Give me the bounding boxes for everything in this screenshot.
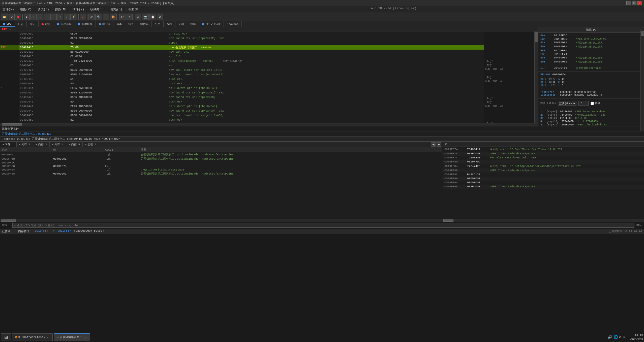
tb-breakpoint[interactable]: ● (80, 14, 86, 20)
mem-tab-5[interactable]: ■ 内存 5 (66, 142, 83, 147)
flag-of[interactable]: OF0 (540, 81, 546, 84)
reg-ecx[interactable]: ECX 00409001 <吾爱破解培训第二课实 (538, 41, 644, 45)
watch-row[interactable]: 0019FF74 76400419 返回到 kernel32.BaseThrea… (442, 147, 644, 152)
disasm-vscroll[interactable] (534, 31, 538, 123)
tb-settings[interactable]: ⚙ (157, 14, 163, 20)
mem-next-btn[interactable]: ▶ (437, 142, 441, 147)
table-row[interactable]: 00409446 50 push eax (19, 99, 484, 104)
menu-view[interactable]: 视图(V) (19, 7, 33, 12)
tab-refs[interactable]: 引用 (152, 21, 164, 27)
flag-ze[interactable]: ZE0 (540, 78, 546, 81)
watch-row[interactable]: 0019FF7C 76400400 kernel32.BaseThreadIni… (442, 156, 644, 160)
mem-tab-4[interactable]: ■ 内存 4 (50, 142, 66, 147)
reg-vscroll-thumb[interactable] (641, 31, 644, 36)
reg-ebp[interactable]: EBP 0019FF80 (538, 49, 644, 52)
tab-script[interactable]: 脚本 (113, 21, 125, 27)
tb-run[interactable]: ▶ (24, 14, 30, 20)
flag-cf[interactable]: CF0 (540, 84, 546, 87)
cmd-input[interactable] (12, 223, 634, 228)
table-row-eip[interactable]: 00409416 75 08 jne 吾爱破解培训第二. 409420 (19, 45, 484, 50)
tb-open[interactable]: 📂 (1, 14, 8, 20)
tb-screenshot[interactable]: 📷 (142, 14, 149, 20)
menu-debug[interactable]: 调试(D) (36, 7, 51, 12)
table-row[interactable]: 0040940F 8985 0E040000 mov dword ptr ss:… (19, 36, 484, 41)
flag-af[interactable]: AF0 (558, 78, 564, 81)
tb-wave[interactable]: 〰 (103, 14, 109, 20)
tb-color[interactable]: 🎨 (110, 14, 117, 20)
reg-eip[interactable]: EIP 00409416 吾爱破解培训第二课实 (538, 66, 644, 70)
tb-stepin[interactable]: ↓ (37, 14, 43, 20)
table-row[interactable]: 0040942C 8D8D A1040000 lea ecx, dword pt… (19, 72, 484, 77)
mem-tab-1[interactable]: ■ 内存 1 (0, 142, 17, 147)
tab-seh[interactable]: SEH链 (96, 21, 113, 27)
tab-source[interactable]: 源代码 (137, 21, 152, 27)
tb-highlight[interactable]: 🖊 (88, 14, 95, 20)
table-row[interactable]: 00409418 B8 01000000 mov eax, 0x1 (19, 50, 484, 54)
table-row[interactable]: 00409432 51 push ecx (19, 77, 484, 81)
watch-row[interactable]: 0019FF80 0019FFDC (442, 160, 644, 164)
mem-row[interactable]: 0019FF5C (0, 161, 442, 164)
table-row[interactable]: 00409434 FF95 A50F0000 call dword ptr ss… (19, 86, 484, 90)
watch-row[interactable]: 0019FF88 <PEB.InheritedAddressSpace> (442, 168, 644, 173)
watch-row[interactable]: 0019FF78 002F6000 <PEB.InheritedAddressS… (442, 152, 644, 156)
table-row[interactable]: 00409447 FF95 AD0F0000 call dword ptr ss… (19, 104, 484, 109)
watch-hscroll[interactable] (442, 219, 644, 222)
menu-trace[interactable]: 跟踪(N) (54, 7, 68, 12)
table-row[interactable]: 00409453 8D8D B8040000 lea ecx, dword pt… (19, 113, 484, 118)
reg-esp[interactable]: ESP 0019FF74 (538, 52, 644, 56)
flag-pf[interactable]: PF1 (549, 78, 555, 81)
table-row[interactable]: 00409440 8D85 AD040000 mov dword ptr ss:… (19, 95, 484, 99)
stack-depth-input[interactable] (578, 101, 589, 106)
tb-log[interactable]: 📋 (149, 14, 156, 20)
tb-runto[interactable]: ⤵ (64, 14, 70, 20)
tb-pause[interactable]: ⏸ (30, 14, 37, 20)
table-row[interactable]: 0040943A 8985 B1050000 mov dword ptr ss:… (19, 90, 484, 95)
menu-plugins[interactable]: 插件(P) (71, 7, 86, 12)
tb-font[interactable]: A (135, 14, 141, 20)
taskbar-app-softwaretest[interactable]: D D:\SoftwareTest\... (12, 333, 53, 341)
reg-eax[interactable]: EAX 0019FFCC (538, 34, 644, 37)
tb-runtoret[interactable]: ↑ (57, 14, 63, 20)
mem-row[interactable]: 0019FF80 0019FF74 ty.. (0, 164, 442, 168)
tb-stepback[interactable]: ← (50, 14, 57, 20)
table-row[interactable]: 00409433 50 push eax (19, 81, 484, 86)
table-row[interactable]: 0040940D 0BC9 or ecx, ecx (19, 31, 484, 36)
watch-tab-1[interactable]: ● 监视 1 (83, 142, 99, 147)
tab-threads[interactable]: 线程 (164, 21, 175, 27)
flag-df[interactable]: DF0 (558, 81, 564, 84)
reg-vscroll[interactable] (640, 30, 644, 126)
maximize-btn[interactable]: □ (632, 1, 636, 5)
tb-stepover[interactable]: → (44, 14, 50, 20)
tab-symbols[interactable]: 符号 (125, 21, 137, 27)
disasm-hscroll[interactable] (0, 123, 538, 126)
mem-row[interactable]: 0019FF68 00409001 ..@. 吾爱破解培训第二课实例二．Opti… (0, 172, 442, 176)
watch-row[interactable]: 0019FF98 002F5000 <PEB.InheritedAddressS… (442, 185, 644, 189)
flag-if[interactable]: IF1 (558, 84, 564, 87)
unlock-checkbox[interactable] (591, 102, 594, 105)
taskbar-app-wuai[interactable]: D 吾爱破解培训第二... (54, 333, 90, 341)
flag-sf[interactable]: SF0 (549, 81, 555, 84)
tab-peviewer[interactable]: PE Viewer (199, 21, 224, 27)
close-btn[interactable]: ✕ (637, 1, 642, 5)
tab-handles[interactable]: 句柄 (175, 21, 187, 27)
tab-callstack[interactable]: 调用堆栈 (75, 21, 96, 27)
tb-hash[interactable]: # (127, 14, 133, 20)
tab-memory[interactable]: 内存布局 (54, 21, 75, 27)
watch-row[interactable]: 0019FF84 772474ED 返回到 ntdll.RtlGetAppCon… (442, 164, 644, 168)
tab-snowman[interactable]: Snowman (224, 21, 242, 27)
mem-tab-2[interactable]: ■ 内存 2 (17, 142, 33, 147)
mem-row[interactable]: 0019FF64 ../. .PEB.InheritedAddressSpace (0, 168, 442, 172)
tb-runexpr[interactable]: ⚡ (70, 14, 77, 20)
tab-cpu[interactable]: CPU (0, 21, 15, 27)
table-row[interactable]: 00409420 → 68 D4254000 push 吾爱破解培训第二. 40… (19, 59, 484, 63)
tab-log[interactable]: 日志 (15, 21, 27, 27)
vscroll-thumb[interactable] (535, 32, 538, 42)
tb-stop[interactable]: ■ (15, 14, 21, 20)
table-row[interactable]: 00409426 8B85 8C040000 mov eax, dword pt… (19, 68, 484, 72)
tab-notes[interactable]: 笔记 (27, 21, 39, 27)
reg-edx[interactable]: EDX 00409001 <吾爱破解培训第二课实 (538, 45, 644, 49)
mem-hscroll-thumb[interactable] (1, 219, 16, 222)
reg-edi[interactable]: EDI 00409001 <吾爱破解培训第二课实 (538, 60, 644, 64)
menu-help[interactable]: 帮助(H) (127, 7, 141, 12)
table-row[interactable]: 00409425 C3 ret (19, 63, 484, 68)
